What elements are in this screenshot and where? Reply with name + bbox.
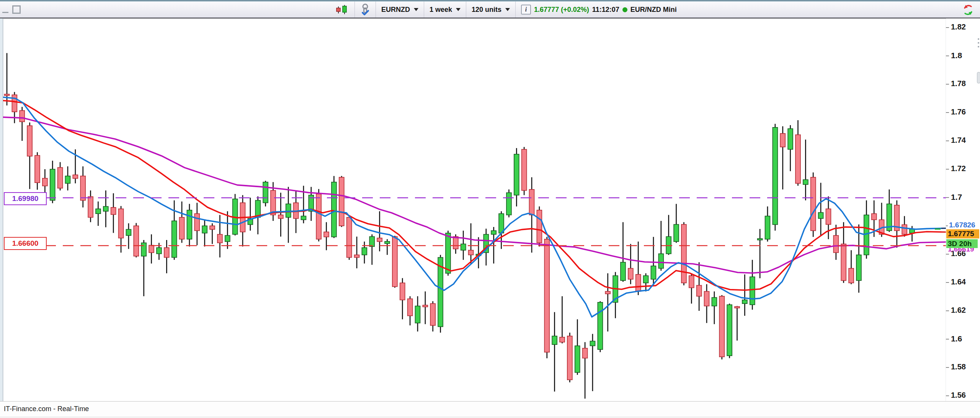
candle-up[interactable] bbox=[742, 274, 747, 316]
candle-up[interactable] bbox=[818, 183, 823, 236]
candle-down[interactable] bbox=[894, 200, 899, 248]
candle-up[interactable] bbox=[590, 334, 595, 391]
minimize-button[interactable] bbox=[2, 12, 8, 13]
candle-up[interactable] bbox=[514, 148, 519, 206]
candle-down[interactable] bbox=[423, 291, 428, 324]
candle-up[interactable] bbox=[887, 189, 892, 232]
candle-up[interactable] bbox=[263, 181, 268, 206]
candle-down[interactable] bbox=[697, 262, 702, 311]
candle-up[interactable] bbox=[788, 125, 793, 171]
candle-down[interactable] bbox=[111, 193, 116, 233]
info-icon[interactable]: i bbox=[521, 5, 531, 15]
candle-up[interactable] bbox=[666, 215, 671, 255]
candle-down[interactable] bbox=[849, 250, 854, 284]
candle-up[interactable] bbox=[126, 223, 131, 249]
candle-down[interactable] bbox=[430, 301, 435, 331]
candle-up[interactable] bbox=[613, 272, 618, 318]
candlestick-chart-canvas[interactable] bbox=[0, 18, 980, 401]
symbol-dropdown[interactable]: EURNZD bbox=[376, 2, 424, 18]
candle-up[interactable] bbox=[758, 229, 763, 278]
candle-up[interactable] bbox=[461, 231, 466, 260]
candle-down[interactable] bbox=[681, 222, 686, 285]
candle-down[interactable] bbox=[583, 342, 588, 399]
candle-down[interactable] bbox=[149, 234, 154, 263]
candle-down[interactable] bbox=[80, 167, 85, 207]
candle-up[interactable] bbox=[415, 296, 420, 331]
maximize-button[interactable] bbox=[12, 5, 21, 14]
candle-down[interactable] bbox=[780, 126, 785, 189]
sr-price-label[interactable]: 1.69980 bbox=[4, 192, 47, 205]
candle-down[interactable] bbox=[689, 273, 694, 304]
candle-down[interactable] bbox=[12, 92, 17, 123]
candle-up[interactable] bbox=[621, 222, 626, 282]
candle-down[interactable] bbox=[719, 295, 724, 359]
sr-price-label[interactable]: 1.66600 bbox=[4, 237, 47, 250]
candle-up[interactable] bbox=[233, 194, 238, 235]
candle-down[interactable] bbox=[400, 278, 405, 320]
candle-up[interactable] bbox=[575, 319, 580, 375]
candle-up[interactable] bbox=[727, 304, 732, 358]
candle-down[interactable] bbox=[628, 244, 633, 284]
candle-up[interactable] bbox=[96, 201, 101, 226]
candle-up[interactable] bbox=[103, 191, 108, 227]
candle-up[interactable] bbox=[225, 211, 230, 249]
candle-down[interactable] bbox=[194, 203, 199, 245]
candle-down[interactable] bbox=[354, 237, 359, 268]
link-anchor-button[interactable] bbox=[355, 2, 376, 18]
candle-down[interactable] bbox=[833, 225, 838, 260]
candle-up[interactable] bbox=[187, 204, 192, 247]
candle-down[interactable] bbox=[544, 237, 549, 358]
units-dropdown[interactable]: 120 units bbox=[466, 2, 516, 18]
candle-down[interactable] bbox=[469, 223, 474, 263]
candle-down[interactable] bbox=[408, 296, 413, 325]
candle-up[interactable] bbox=[202, 220, 207, 247]
candle-down[interactable] bbox=[605, 273, 610, 331]
price-axis[interactable]: 1.821.81.781.761.741.721.71.681.661.641.… bbox=[946, 18, 980, 401]
candle-down[interactable] bbox=[841, 222, 846, 283]
timeframe-dropdown[interactable]: 1 week bbox=[424, 2, 466, 18]
candle-down[interactable] bbox=[88, 191, 93, 222]
chart-type-button[interactable] bbox=[330, 2, 355, 18]
candle-up[interactable] bbox=[750, 260, 755, 310]
plot-area[interactable] bbox=[0, 53, 946, 399]
candle-down[interactable] bbox=[316, 189, 321, 242]
candle-down[interactable] bbox=[35, 152, 40, 190]
candle-up[interactable] bbox=[674, 204, 679, 243]
candle-down[interactable] bbox=[134, 223, 139, 258]
candle-down[interactable] bbox=[278, 193, 283, 237]
candle-up[interactable] bbox=[803, 140, 808, 201]
candle-down[interactable] bbox=[560, 296, 565, 343]
candle-up[interactable] bbox=[65, 167, 70, 191]
candle-down[interactable] bbox=[567, 333, 572, 382]
candle-up[interactable] bbox=[385, 239, 390, 255]
candle-down[interactable] bbox=[392, 236, 397, 288]
candle-down[interactable] bbox=[339, 176, 344, 227]
candle-down[interactable] bbox=[795, 120, 800, 186]
candle-up[interactable] bbox=[651, 237, 656, 286]
panel-handle-dots-icon[interactable] bbox=[977, 38, 980, 48]
candle-down[interactable] bbox=[58, 162, 63, 191]
candle-down[interactable] bbox=[537, 206, 542, 247]
refresh-icon[interactable] bbox=[962, 3, 975, 16]
candle-up[interactable] bbox=[598, 301, 603, 352]
candle-down[interactable] bbox=[217, 215, 222, 258]
candle-up[interactable] bbox=[332, 176, 336, 238]
candle-up[interactable] bbox=[552, 312, 557, 392]
candle-up[interactable] bbox=[765, 206, 770, 242]
candle-up[interactable] bbox=[864, 200, 869, 258]
scrollbar-thumb[interactable] bbox=[977, 72, 980, 83]
candle-down[interactable] bbox=[180, 201, 185, 243]
candle-up[interactable] bbox=[50, 161, 55, 203]
candle-down[interactable] bbox=[20, 107, 24, 141]
candle-up[interactable] bbox=[248, 198, 253, 230]
candle-down[interactable] bbox=[210, 223, 215, 244]
candle-up[interactable] bbox=[141, 240, 146, 296]
candle-up[interactable] bbox=[286, 187, 291, 243]
candle-down[interactable] bbox=[704, 284, 709, 323]
candle-down[interactable] bbox=[826, 196, 831, 239]
candle-up[interactable] bbox=[499, 211, 504, 249]
candle-down[interactable] bbox=[811, 173, 816, 237]
candle-up[interactable] bbox=[712, 291, 717, 324]
candle-down[interactable] bbox=[735, 306, 740, 340]
candle-up[interactable] bbox=[773, 124, 777, 231]
